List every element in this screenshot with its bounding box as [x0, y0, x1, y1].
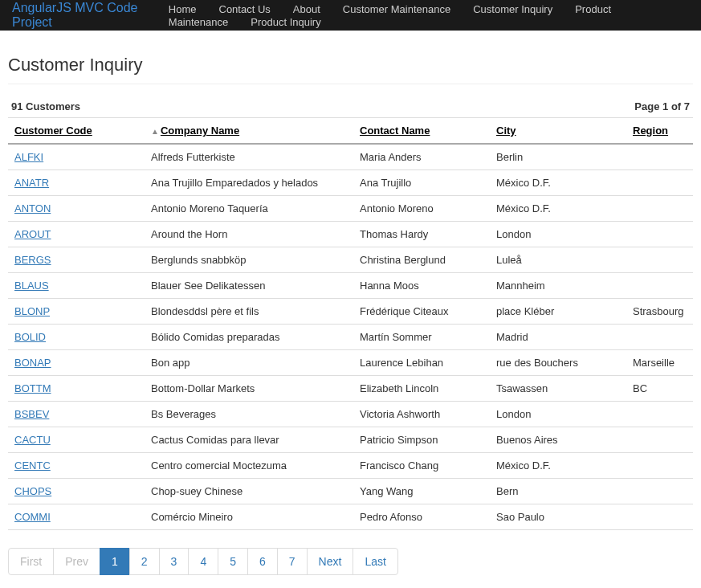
cell-contact: Victoria Ashworth: [353, 402, 490, 427]
table-row: CHOPSChop-suey ChineseYang WangBern: [8, 479, 693, 504]
nav-item-customer-maintenance[interactable]: Customer Maintenance: [343, 3, 450, 15]
cell-company: Antonio Moreno Taquería: [145, 196, 353, 222]
navbar-brand[interactable]: AngularJS MVC Code Project: [12, 1, 154, 30]
table-row: AROUTAround the HornThomas HardyLondon: [8, 222, 693, 247]
page-4[interactable]: 4: [188, 548, 218, 575]
page-1[interactable]: 1: [100, 548, 130, 575]
cell-contact: Laurence Lebihan: [353, 350, 490, 376]
cell-city: rue des Bouchers: [490, 350, 626, 376]
cell-company: Comércio Mineiro: [145, 504, 353, 530]
cell-city: Berlin: [490, 144, 626, 170]
col-city[interactable]: City: [496, 125, 516, 137]
table-header-row: Customer Code ▲Company Name Contact Name…: [8, 118, 693, 145]
cell-region: [626, 479, 693, 504]
page-next[interactable]: Next: [307, 548, 354, 575]
cell-contact: Francisco Chang: [353, 453, 490, 479]
customer-code-link[interactable]: BERGS: [14, 254, 51, 266]
cell-city: Sao Paulo: [490, 504, 626, 530]
customer-table: Customer Code ▲Company Name Contact Name…: [8, 117, 693, 530]
col-company-name[interactable]: Company Name: [161, 125, 239, 137]
cell-contact: Pedro Afonso: [353, 504, 490, 530]
customer-code-link[interactable]: ANATR: [14, 177, 49, 189]
customer-code-link[interactable]: CENTC: [14, 459, 51, 472]
cell-city: Bern: [490, 479, 626, 504]
navbar: AngularJS MVC Code Project HomeContact U…: [0, 0, 701, 31]
page-5[interactable]: 5: [218, 548, 248, 575]
nav-item-contact-us[interactable]: Contact Us: [219, 3, 271, 15]
cell-company: Alfreds Futterkiste: [145, 144, 353, 170]
nav-item-home[interactable]: Home: [169, 3, 197, 15]
page-prev[interactable]: Prev: [53, 548, 100, 575]
page-2[interactable]: 2: [129, 548, 160, 575]
customer-code-link[interactable]: BLONP: [14, 305, 50, 317]
customer-code-link[interactable]: BOLID: [14, 331, 46, 343]
table-row: ANTONAntonio Moreno TaqueríaAntonio More…: [8, 196, 693, 222]
cell-region: BC: [626, 376, 693, 402]
cell-city: Madrid: [490, 325, 626, 350]
customer-code-link[interactable]: CHOPS: [14, 485, 51, 497]
cell-region: [626, 427, 693, 453]
table-row: BOLIDBólido Comidas preparadasMartín Som…: [8, 325, 693, 350]
table-row: BLONPBlondesddsl père et filsFrédérique …: [8, 299, 693, 325]
cell-company: Around the Horn: [145, 222, 353, 247]
cell-region: [626, 402, 693, 427]
cell-region: [626, 170, 693, 196]
cell-region: [626, 222, 693, 247]
page-title: Customer Inquiry: [8, 39, 693, 84]
cell-company: Bon app: [145, 350, 353, 376]
customer-code-link[interactable]: BOTTM: [14, 382, 51, 394]
table-row: BONAPBon appLaurence Lebihanrue des Bouc…: [8, 350, 693, 376]
nav-item-product-inquiry[interactable]: Product Inquiry: [251, 16, 320, 28]
page-last[interactable]: Last: [353, 548, 397, 575]
col-contact-name[interactable]: Contact Name: [360, 125, 430, 137]
col-region[interactable]: Region: [633, 125, 668, 137]
cell-city: México D.F.: [490, 196, 626, 222]
customer-code-link[interactable]: ANTON: [14, 202, 51, 214]
customer-code-link[interactable]: BONAP: [14, 357, 51, 369]
cell-contact: Martín Sommer: [353, 325, 490, 350]
cell-company: Centro comercial Moctezuma: [145, 453, 353, 479]
customer-code-link[interactable]: BSBEV: [14, 408, 49, 420]
cell-company: Blondesddsl père et fils: [145, 299, 353, 325]
cell-region: [626, 247, 693, 273]
customer-count: 91 Customers: [11, 100, 80, 112]
cell-city: place Kléber: [490, 299, 626, 325]
cell-company: Bólido Comidas preparadas: [145, 325, 353, 350]
cell-company: Berglunds snabbköp: [145, 247, 353, 273]
cell-region: [626, 453, 693, 479]
nav-item-customer-inquiry[interactable]: Customer Inquiry: [473, 3, 552, 15]
cell-contact: Yang Wang: [353, 479, 490, 504]
page-first[interactable]: First: [8, 548, 54, 575]
cell-company: Bs Beverages: [145, 402, 353, 427]
cell-city: Luleå: [490, 247, 626, 273]
page-3[interactable]: 3: [159, 548, 190, 575]
page-7[interactable]: 7: [277, 548, 308, 575]
customer-code-link[interactable]: AROUT: [14, 228, 51, 240]
table-row: COMMIComércio MineiroPedro AfonsoSao Pau…: [8, 504, 693, 530]
cell-region: [626, 144, 693, 170]
customer-code-link[interactable]: BLAUS: [14, 280, 49, 292]
sort-asc-icon: ▲: [151, 127, 159, 136]
cell-contact: Ana Trujillo: [353, 170, 490, 196]
cell-region: [626, 273, 693, 299]
table-row: ANATRAna Trujillo Emparedados y heladosA…: [8, 170, 693, 196]
cell-company: Ana Trujillo Emparedados y helados: [145, 170, 353, 196]
table-row: BSBEVBs BeveragesVictoria AshworthLondon: [8, 402, 693, 427]
cell-company: Blauer See Delikatessen: [145, 273, 353, 299]
cell-company: Chop-suey Chinese: [145, 479, 353, 504]
customer-code-link[interactable]: ALFKI: [14, 151, 43, 163]
cell-contact: Thomas Hardy: [353, 222, 490, 247]
cell-company: Bottom-Dollar Markets: [145, 376, 353, 402]
cell-city: London: [490, 402, 626, 427]
cell-contact: Elizabeth Lincoln: [353, 376, 490, 402]
col-customer-code[interactable]: Customer Code: [14, 125, 92, 137]
page-6[interactable]: 6: [247, 548, 278, 575]
cell-region: [626, 504, 693, 530]
cell-contact: Antonio Moreno: [353, 196, 490, 222]
cell-region: [626, 196, 693, 222]
cell-city: London: [490, 222, 626, 247]
cell-contact: Hanna Moos: [353, 273, 490, 299]
customer-code-link[interactable]: COMMI: [14, 511, 51, 523]
customer-code-link[interactable]: CACTU: [14, 434, 51, 446]
nav-item-about[interactable]: About: [293, 3, 320, 15]
